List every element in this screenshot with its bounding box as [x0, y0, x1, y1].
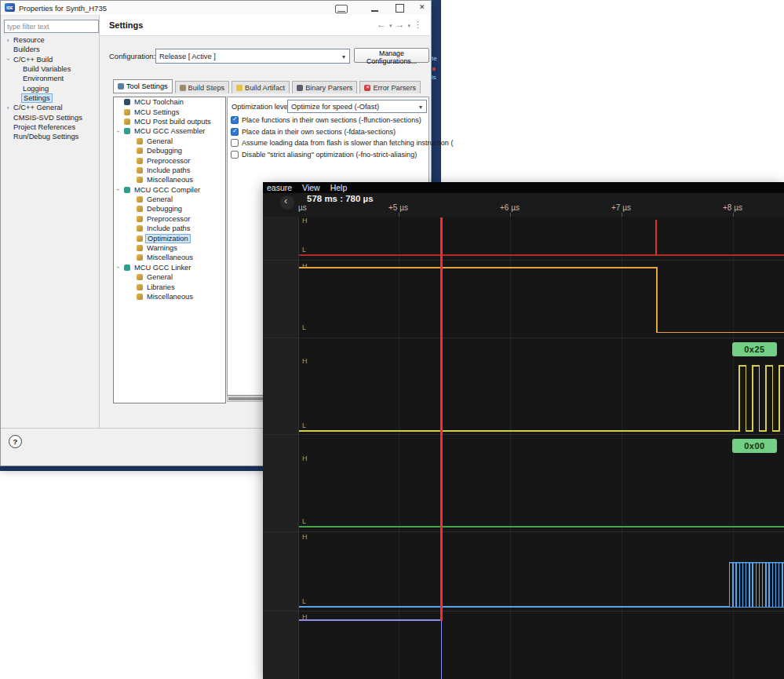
tool-settings-tree-item[interactable]: Preprocessor	[114, 155, 225, 165]
timing-cursor[interactable]	[440, 217, 443, 621]
sidebar-tree-item[interactable]: Resource	[1, 35, 98, 45]
manage-configurations-button[interactable]: Manage Configurations...	[354, 48, 429, 63]
configuration-select[interactable]: Release [ Active ]	[155, 49, 350, 64]
checkbox[interactable]	[231, 128, 239, 136]
tool-settings-tree-item[interactable]: General	[114, 195, 225, 204]
channel-5-falling-edge	[441, 619, 443, 679]
menu-item[interactable]: View	[302, 183, 320, 192]
tree-item-label: General	[145, 273, 174, 281]
forward-dropdown-icon[interactable]	[407, 20, 410, 29]
sidebar-tree-item-label: Run/Debug Settings	[12, 133, 80, 141]
tool-settings-tree-item[interactable]: Debugging	[114, 204, 225, 214]
channel-0-high-label: H	[302, 217, 308, 225]
sidebar-tree-item-label: CMSIS-SVD Settings	[12, 114, 84, 122]
tree-item-label: Include paths	[145, 225, 191, 232]
gridline	[622, 217, 622, 679]
channel-3-value-badge: 0x00	[732, 439, 777, 453]
tree-item-icon	[124, 119, 130, 125]
tool-settings-tree-item[interactable]: Include paths	[114, 166, 225, 175]
tree-item-label: Libraries	[145, 283, 177, 291]
tool-settings-tree-item[interactable]: Miscellaneous	[114, 292, 225, 301]
option-label: Place functions in their own sections (-…	[242, 116, 421, 124]
tree-item-icon	[124, 99, 130, 105]
dialog-sidebar-tree: Resource Builders C/C++ Build Build Vari…	[1, 35, 98, 141]
tool-settings-tree-item[interactable]: Include paths	[114, 224, 225, 233]
tool-settings-tree-item[interactable]: MCU GCC Compiler	[114, 185, 225, 195]
tool-settings-tree-item[interactable]: MCU GCC Assembler	[114, 126, 225, 136]
tool-settings-tree-item[interactable]: MCU GCC Linker	[114, 263, 225, 272]
page-title: Settings	[109, 20, 143, 30]
channel-3-high-label: H	[302, 454, 308, 462]
sidebar-tree-item[interactable]: Environment	[1, 74, 98, 83]
maximize-icon[interactable]	[396, 4, 404, 13]
tool-settings-tree-item[interactable]: Miscellaneous	[114, 253, 225, 262]
tool-settings-tree-item[interactable]: General	[114, 272, 225, 282]
collapse-sidebar-icon[interactable]	[280, 195, 294, 210]
sidebar-tree-item[interactable]: Project References	[1, 122, 98, 132]
checkbox[interactable]	[231, 139, 239, 147]
close-icon[interactable]	[418, 2, 428, 13]
sidebar-tree-item[interactable]: C/C++ General	[1, 103, 98, 112]
tree-item-icon	[137, 206, 143, 212]
tree-item-icon	[124, 265, 130, 271]
touch-keyboard-icon[interactable]	[335, 5, 348, 13]
chevron-down-icon	[415, 102, 426, 111]
tool-settings-tree-item[interactable]: General	[114, 137, 225, 146]
tool-settings-tree-item[interactable]: MCU Settings	[114, 107, 225, 116]
minimize-icon[interactable]	[371, 10, 378, 12]
tool-settings-tree-item[interactable]: MCU Toolchain	[114, 97, 225, 107]
optimization-level-select[interactable]: Optimize for speed (-Ofast)	[287, 100, 427, 113]
dialog-titlebar[interactable]: IDE Properties for Synth_H735	[1, 1, 431, 16]
tool-settings-tree-item[interactable]: Preprocessor	[114, 214, 225, 224]
tree-expander-icon[interactable]	[117, 186, 124, 193]
tab-label: Error Parsers	[373, 84, 416, 92]
tree-item-icon	[124, 109, 130, 115]
back-icon[interactable]	[377, 19, 386, 30]
sidebar-tree-item[interactable]: Logging	[1, 83, 98, 93]
channel-0-pulse	[655, 220, 657, 255]
tree-item-icon	[137, 235, 143, 242]
tool-settings-tree-item[interactable]: Debugging	[114, 146, 225, 155]
tool-settings-tree-item[interactable]: Libraries	[114, 282, 225, 291]
tree-expander-icon[interactable]	[117, 128, 124, 135]
sidebar-tree-item-label: Logging	[21, 85, 50, 93]
filter-input[interactable]	[4, 20, 99, 33]
back-dropdown-icon[interactable]	[389, 20, 392, 29]
settings-tab[interactable]: Tool Settings	[113, 79, 173, 93]
overflow-menu-icon[interactable]	[414, 20, 422, 30]
sidebar-tree-item[interactable]: CMSIS-SVD Settings	[1, 112, 98, 122]
menu-item[interactable]: easure	[267, 183, 292, 192]
settings-tab[interactable]: Error Parsers	[359, 81, 421, 93]
tool-settings-tree-item[interactable]: Miscellaneous	[114, 175, 225, 184]
tool-settings-tree-item[interactable]: Optimization	[114, 233, 225, 243]
chevron-down-icon	[338, 52, 349, 60]
tree-expander-icon[interactable]	[117, 264, 124, 271]
option-row[interactable]: Place functions in their own sections (-…	[229, 115, 427, 126]
settings-tab[interactable]: Build Steps	[175, 81, 229, 93]
tool-settings-tree-item[interactable]: Warnings	[114, 243, 225, 253]
option-row[interactable]: Disable "strict aliasing" optimization (…	[229, 149, 427, 161]
sidebar-tree-item[interactable]: C/C++ Build	[1, 55, 98, 64]
help-button[interactable]: ?	[9, 435, 22, 448]
sidebar-tree-item[interactable]: Builders	[1, 45, 98, 54]
tool-settings-tree-item[interactable]: MCU Post build outputs	[114, 117, 225, 126]
tree-item-label: General	[145, 137, 174, 145]
option-row[interactable]: Place data in their own sections (-fdata…	[229, 126, 427, 138]
sidebar-tree-item[interactable]: Settings	[1, 93, 98, 103]
sidebar-tree-item[interactable]: Build Variables	[1, 64, 98, 74]
menu-item[interactable]: Help	[330, 183, 348, 192]
tree-item-icon	[137, 294, 143, 300]
tree-item-icon	[137, 274, 143, 280]
sidebar-tree-item[interactable]: Run/Debug Settings	[1, 132, 98, 141]
option-row[interactable]: Assume loading data from flash is slower…	[229, 137, 427, 149]
settings-tab[interactable]: Binary Parsers	[292, 81, 357, 93]
tree-expander-icon[interactable]	[4, 104, 12, 111]
optimization-options: Place functions in their own sections (-…	[229, 115, 427, 160]
forward-icon[interactable]	[395, 19, 404, 30]
tree-expander-icon[interactable]	[4, 37, 12, 44]
settings-tab[interactable]: Build Artifact	[232, 81, 290, 93]
sidebar-tree-item-label: Resource	[12, 36, 46, 44]
checkbox[interactable]	[231, 151, 239, 159]
checkbox[interactable]	[231, 116, 239, 124]
tree-expander-icon[interactable]	[4, 56, 12, 63]
